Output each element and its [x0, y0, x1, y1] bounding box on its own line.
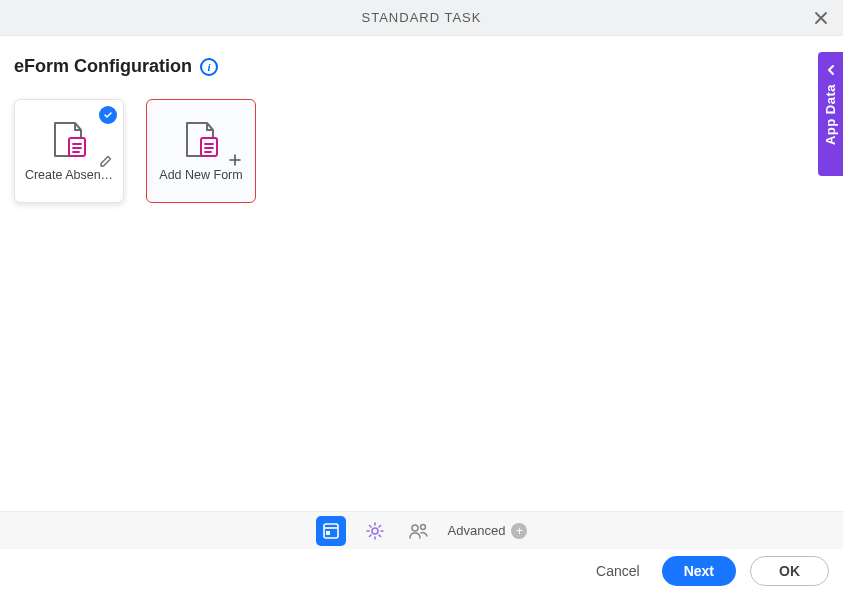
svg-rect-0: [69, 138, 85, 156]
svg-rect-3: [326, 531, 330, 535]
add-form-label: Add New Form: [153, 168, 249, 182]
form-page-icon: [177, 120, 225, 160]
advanced-label: Advanced: [448, 523, 506, 538]
form-card-selected[interactable]: Create Absen…: [14, 99, 124, 203]
svg-point-5: [412, 525, 418, 531]
users-icon: [408, 522, 430, 540]
close-button[interactable]: [807, 4, 835, 32]
edit-icon: [99, 154, 113, 172]
svg-rect-1: [201, 138, 217, 156]
section-heading-row: eForm Configuration i: [14, 56, 829, 77]
dialog-header: STANDARD TASK: [0, 0, 843, 36]
section-title: eForm Configuration: [14, 56, 192, 77]
close-icon: [813, 10, 829, 26]
content-area: eForm Configuration i Create Absen…: [0, 36, 843, 223]
form-cards-row: Create Absen… Add New Form: [14, 99, 829, 203]
dialog-title: STANDARD TASK: [362, 10, 482, 25]
check-badge-icon: [99, 106, 117, 124]
chevron-left-icon: [826, 62, 836, 80]
cancel-button[interactable]: Cancel: [588, 556, 648, 586]
svg-point-6: [420, 524, 425, 529]
advanced-toggle[interactable]: Advanced +: [448, 523, 528, 539]
bottom-toolbar: Advanced +: [0, 511, 843, 549]
settings-tool-button[interactable]: [360, 516, 390, 546]
app-data-label: App Data: [823, 84, 838, 145]
gear-icon: [365, 521, 385, 541]
app-data-tab[interactable]: App Data: [818, 52, 843, 176]
svg-point-4: [372, 528, 378, 534]
users-tool-button[interactable]: [404, 516, 434, 546]
plus-icon: [229, 152, 241, 170]
ok-button[interactable]: OK: [750, 556, 829, 586]
form-page-icon: [45, 120, 93, 160]
info-icon[interactable]: i: [200, 58, 218, 76]
add-form-card[interactable]: Add New Form: [146, 99, 256, 203]
plus-circle-icon: +: [511, 523, 527, 539]
layout-tool-button[interactable]: [316, 516, 346, 546]
layout-icon: [322, 522, 340, 540]
next-button[interactable]: Next: [662, 556, 736, 586]
footer-bar: Cancel Next OK: [0, 549, 843, 593]
